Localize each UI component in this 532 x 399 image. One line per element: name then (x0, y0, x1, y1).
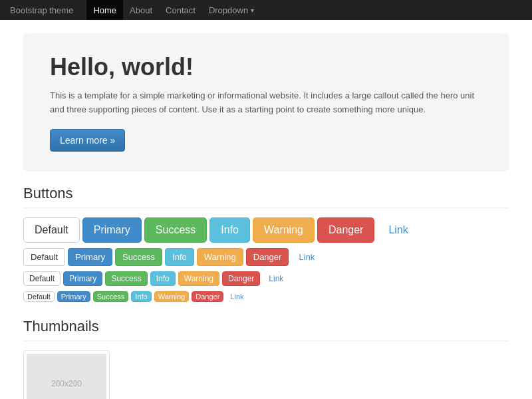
chevron-down-icon: ▾ (251, 7, 254, 14)
btn-info-xs[interactable]: Info (131, 291, 151, 302)
buttons-section: Buttons Default Primary Success Info War… (23, 185, 509, 302)
btn-default-sm[interactable]: Default (23, 271, 61, 286)
btn-danger-md[interactable]: Danger (246, 248, 289, 266)
navbar: Bootstrap theme Home About Contact Dropd… (0, 0, 532, 20)
hero-title: Hello, world! (50, 53, 482, 81)
btn-success-sm[interactable]: Success (105, 271, 147, 286)
thumbnail-image: 200x200 (27, 354, 106, 399)
btn-primary-lg[interactable]: Primary (82, 217, 142, 243)
btn-success-xs[interactable]: Success (93, 291, 129, 302)
thumbnail-label: 200x200 (51, 379, 82, 388)
btn-default-md[interactable]: Default (23, 248, 65, 266)
btn-warning-xs[interactable]: Warning (154, 291, 190, 302)
btn-default-xs[interactable]: Default (23, 291, 55, 302)
btn-warning-sm[interactable]: Warning (178, 271, 219, 286)
btn-link-lg[interactable]: Link (377, 217, 419, 243)
btn-primary-md[interactable]: Primary (68, 248, 112, 266)
main-container: Hello, world! This is a template for a s… (13, 20, 519, 399)
nav-item-dropdown[interactable]: Dropdown ▾ (202, 0, 261, 20)
btn-link-xs[interactable]: Link (226, 291, 247, 302)
btn-info-sm[interactable]: Info (150, 271, 176, 286)
button-row-sm: Default Primary Success Info Warning Dan… (23, 271, 509, 286)
hero-description: This is a template for a simple marketin… (50, 89, 475, 117)
btn-success-md[interactable]: Success (115, 248, 162, 266)
nav-item-about[interactable]: About (123, 0, 159, 20)
btn-info-md[interactable]: Info (165, 248, 194, 266)
btn-danger-sm[interactable]: Danger (222, 271, 260, 286)
thumbnails-section: Thumbnails 200x200 (23, 318, 509, 399)
btn-success-lg[interactable]: Success (144, 217, 207, 243)
btn-link-sm[interactable]: Link (263, 271, 289, 286)
nav-items: Home About Contact Dropdown ▾ (86, 0, 261, 20)
btn-info-lg[interactable]: Info (209, 217, 250, 243)
button-row-md: Default Primary Success Info Warning Dan… (23, 248, 509, 266)
dropdown-label: Dropdown (209, 5, 248, 15)
nav-item-contact[interactable]: Contact (159, 0, 202, 20)
hero-unit: Hello, world! This is a template for a s… (23, 33, 509, 172)
btn-warning-lg[interactable]: Warning (253, 217, 315, 243)
button-row-lg: Default Primary Success Info Warning Dan… (23, 217, 509, 243)
buttons-title: Buttons (23, 185, 509, 208)
btn-primary-sm[interactable]: Primary (63, 271, 102, 286)
btn-link-md[interactable]: Link (291, 248, 322, 266)
thumbnail-item[interactable]: 200x200 (23, 350, 110, 399)
btn-danger-lg[interactable]: Danger (317, 217, 374, 243)
thumbnails-title: Thumbnails (23, 318, 509, 341)
learn-more-button[interactable]: Learn more » (50, 129, 125, 152)
btn-danger-xs[interactable]: Danger (192, 291, 223, 302)
btn-warning-md[interactable]: Warning (197, 248, 243, 266)
navbar-brand[interactable]: Bootstrap theme (10, 5, 73, 15)
btn-primary-xs[interactable]: Primary (57, 291, 90, 302)
button-row-xs: Default Primary Success Info Warning Dan… (23, 291, 509, 302)
nav-item-home[interactable]: Home (86, 0, 123, 20)
btn-default-lg[interactable]: Default (23, 217, 80, 243)
